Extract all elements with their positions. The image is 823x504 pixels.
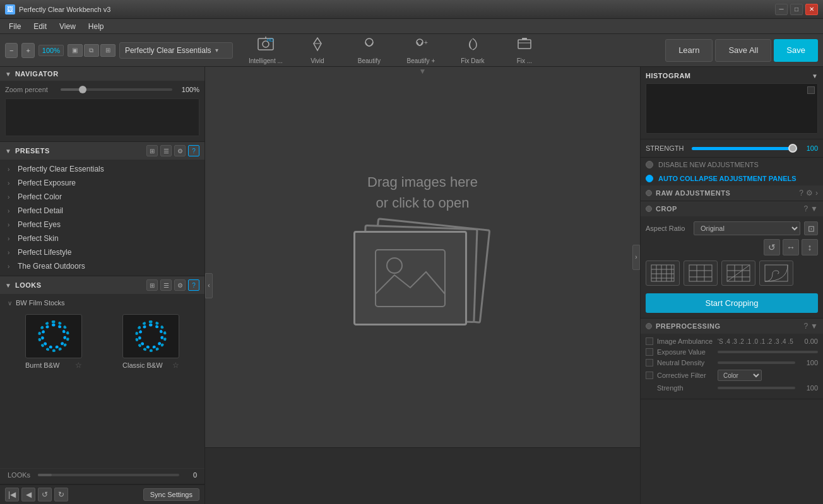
looks-list-view-btn[interactable]: ☰ [160, 279, 172, 291]
preset-item-color[interactable]: › Perfect Color [0, 190, 204, 204]
looks-content: ∨ BW Film Stocks Burnt B&W ☆ [0, 294, 204, 468]
preset-item-perfectly-clear[interactable]: › Perfectly Clear Essentials [0, 162, 204, 176]
presets-help-btn[interactable]: ? [188, 145, 199, 156]
grid-option-3[interactable] [721, 261, 755, 286]
looks-slider-value: 0 [184, 471, 197, 479]
view-single-button[interactable]: ▣ [68, 44, 83, 57]
preset-item-eyes[interactable]: › Perfect Eyes [0, 218, 204, 231]
look-item-burnt[interactable]: Burnt B&W ☆ [8, 314, 100, 370]
crop-help-icon[interactable]: ? [803, 204, 808, 213]
corrective-filter-select[interactable]: Color B&W [718, 370, 762, 381]
raw-help-icon[interactable]: ? [799, 189, 803, 197]
nav-prev-prev-btn[interactable]: |◀ [5, 488, 19, 501]
preprocessing-help-icon[interactable]: ? [803, 322, 808, 331]
image-ambulance-checkbox[interactable] [646, 337, 653, 345]
sync-settings-button[interactable]: Sync Settings [143, 488, 199, 501]
zoom-out-button[interactable]: − [5, 43, 18, 58]
right-collapse-arrow[interactable]: › [632, 245, 640, 270]
disable-toggle-dot[interactable] [646, 161, 653, 168]
looks-settings-btn[interactable]: ⚙ [174, 279, 186, 291]
preset-item-outdoors[interactable]: › The Great Outdoors [0, 259, 204, 273]
looks-header[interactable]: ▼ LOOKS ⊞ ☰ ⚙ ? [0, 276, 204, 294]
crop-collapse-icon[interactable]: ▼ [810, 204, 818, 213]
crop-section: CROP ? ▼ Aspect Ratio Original 1:1 4:3 1… [641, 201, 823, 319]
looks-grid-view-btn[interactable]: ⊞ [146, 279, 158, 291]
learn-button[interactable]: Learn [665, 39, 713, 62]
looks-help-btn[interactable]: ? [188, 279, 199, 291]
left-collapse-arrow[interactable]: ‹ [205, 273, 213, 298]
presets-header[interactable]: ▼ PRESETS ⊞ ☰ ⚙ ? [0, 142, 204, 160]
strength-slider-track[interactable] [692, 147, 797, 150]
preprocessing-collapse-icon[interactable]: ▼ [810, 322, 818, 331]
start-cropping-button[interactable]: Start Cropping [646, 293, 818, 313]
preset-intelligent[interactable]: HD Intelligent ... [240, 33, 291, 67]
menu-view[interactable]: View [54, 21, 81, 32]
looks-slider-track[interactable] [38, 474, 179, 476]
look-star-burnt[interactable]: ☆ [75, 361, 82, 370]
histogram-checkbox[interactable] [807, 86, 815, 94]
menu-edit[interactable]: Edit [28, 21, 52, 32]
auto-collapse-toggle-dot[interactable] [646, 175, 653, 182]
navigator-content: Zoom percent 100% [0, 81, 204, 141]
menu-help[interactable]: Help [83, 21, 109, 32]
preset-fix-dark[interactable]: Fix Dark [447, 33, 498, 67]
neutral-density-checkbox[interactable] [646, 359, 653, 366]
preset-item-skin[interactable]: › Perfect Skin [0, 231, 204, 245]
nav-prev-btn[interactable]: ◀ [21, 488, 35, 501]
close-button[interactable]: ✕ [805, 4, 818, 15]
exposure-bar[interactable] [718, 351, 818, 353]
presets-list-view-btn[interactable]: ☰ [160, 145, 172, 156]
grid-option-1[interactable] [646, 261, 680, 286]
aspect-ratio-select[interactable]: Original 1:1 4:3 16:9 [694, 221, 800, 235]
zoom-in-button[interactable]: + [21, 43, 34, 58]
preset-fix[interactable]: Fix ... [499, 33, 550, 67]
look-item-classic[interactable]: Classic B&W ☆ [105, 314, 197, 370]
preset-vivid[interactable]: Vivid [292, 33, 343, 67]
view-grid-button[interactable]: ⊞ [100, 44, 115, 57]
save-all-button[interactable]: Save All [715, 39, 771, 62]
histogram-collapse-arrow[interactable]: ▼ [812, 73, 818, 79]
zoom-slider-track[interactable] [61, 88, 172, 91]
strength-row: STRENGTH 100 [641, 139, 823, 158]
canvas-area[interactable]: Drag images here or click to open [205, 67, 640, 447]
save-button[interactable]: Save [774, 39, 818, 62]
grid-option-2[interactable] [684, 261, 718, 286]
preset-item-detail[interactable]: › Perfect Detail [0, 204, 204, 218]
presets-grid-view-btn[interactable]: ⊞ [146, 145, 158, 156]
crop-flip-h-btn[interactable]: ↔ [783, 239, 799, 255]
raw-adjustments-header[interactable]: RAW ADJUSTMENTS ? ⚙ › [641, 185, 823, 201]
preset-beautify[interactable]: Beautify [344, 33, 394, 67]
looks-subcategory-bw[interactable]: ∨ BW Film Stocks [0, 296, 204, 309]
preprocessing-header[interactable]: PREPROCESSING ? ▼ [641, 319, 823, 334]
crop-reset-btn[interactable]: ⊡ [804, 221, 818, 235]
view-split-button[interactable]: ⧉ [84, 44, 99, 57]
strength-value: 100 [802, 144, 818, 152]
preset-expand-arrow: › [8, 194, 14, 201]
preset-item-lifestyle[interactable]: › Perfect Lifestyle [0, 245, 204, 259]
look-star-classic[interactable]: ☆ [172, 361, 179, 370]
preset-selector[interactable]: Perfectly Clear Essentials ▾ [119, 42, 233, 59]
raw-collapse-icon[interactable]: › [815, 189, 818, 197]
corrective-filter-checkbox[interactable] [646, 372, 653, 379]
presets-settings-btn[interactable]: ⚙ [174, 145, 186, 156]
crop-icons: ? ▼ [803, 204, 818, 213]
preset-item-exposure[interactable]: › Perfect Exposure [0, 176, 204, 190]
navigator-header[interactable]: ▼ NAVIGATOR [0, 67, 204, 81]
svg-rect-31 [765, 265, 788, 281]
menu-file[interactable]: File [4, 21, 26, 32]
crop-header[interactable]: CROP ? ▼ [641, 201, 823, 216]
strength-filter-bar[interactable] [718, 387, 795, 389]
neutral-density-bar[interactable] [718, 361, 795, 364]
zoom-label: Zoom percent [5, 86, 56, 93]
preset-beautify-plus[interactable]: + Beautify + [396, 33, 446, 67]
crop-rotate-ccw-btn[interactable]: ↺ [764, 239, 780, 255]
minimize-button[interactable]: ─ [775, 4, 788, 15]
exposure-checkbox[interactable] [646, 348, 653, 356]
maximize-button[interactable]: □ [790, 4, 803, 15]
loading-spinner [38, 320, 69, 352]
grid-option-4[interactable] [759, 261, 793, 286]
crop-flip-v-btn[interactable]: ↕ [802, 239, 818, 255]
raw-settings-icon[interactable]: ⚙ [806, 189, 813, 197]
nav-undo-btn[interactable]: ↺ [38, 488, 52, 501]
nav-redo-btn[interactable]: ↻ [54, 488, 68, 501]
